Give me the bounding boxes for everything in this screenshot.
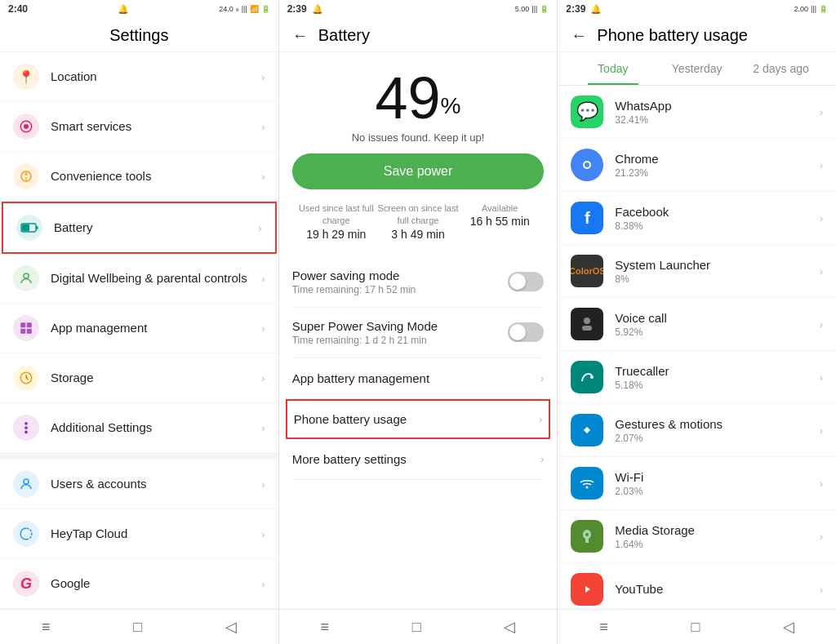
- battery-option-super-power[interactable]: Super Power Saving Mode Time remaining: …: [292, 308, 545, 358]
- save-power-button[interactable]: Save power: [292, 153, 545, 189]
- power-saving-toggle[interactable]: [508, 272, 544, 291]
- stat-screen-label: Screen on since last full charge: [377, 202, 459, 228]
- battery-panel: 2:39 🔔 5.00 ||| 🔋 ← Battery 49% No issue…: [279, 0, 558, 644]
- app-name-launcher: System Launcher: [615, 258, 819, 272]
- pbu-title: Phone battery usage: [597, 26, 748, 45]
- menu-icon-1[interactable]: ≡: [42, 619, 51, 636]
- svg-rect-11: [27, 329, 32, 334]
- menu-icon-2[interactable]: ≡: [321, 619, 330, 636]
- app-name-whatsapp: WhatsApp: [615, 99, 819, 113]
- list-item[interactable]: ColorOS System Launcher 8% ›: [558, 245, 836, 298]
- settings-panel: 2:40 🔔 24.0 ᵴ ||| 📶 🔋 Settings 📍 Locatio…: [0, 0, 279, 644]
- battery-link-more[interactable]: More battery settings ›: [292, 439, 545, 480]
- list-item[interactable]: YouTube ›: [558, 563, 836, 609]
- wellbeing-icon: [13, 265, 39, 291]
- chevron-wifi: ›: [820, 477, 823, 490]
- back-icon-1[interactable]: ◁: [225, 618, 237, 636]
- menu-icon-3[interactable]: ≡: [599, 619, 608, 636]
- back-arrow-battery[interactable]: ←: [292, 26, 309, 45]
- chevron-convenience: ›: [261, 171, 265, 183]
- stat-available-value: 16 h 55 min: [459, 215, 540, 228]
- back-arrow-pbu[interactable]: ←: [571, 26, 587, 45]
- phone-battery-usage-panel: 2:39 🔔 2.00 ||| 🔋 ← Phone battery usage …: [558, 0, 836, 644]
- app-pct-wifi: 2.03%: [615, 486, 819, 497]
- settings-item-heytap[interactable]: HeyTap Cloud ›: [0, 509, 278, 559]
- home-icon-1[interactable]: □: [133, 619, 142, 636]
- super-power-name: Super Power Saving Mode: [292, 319, 509, 333]
- home-icon-3[interactable]: □: [691, 619, 700, 636]
- chevron-gestures: ›: [820, 424, 823, 437]
- battery-link-phone-usage[interactable]: Phone battery usage ›: [286, 399, 551, 439]
- back-icon-3[interactable]: ◁: [783, 618, 794, 636]
- svg-rect-5: [22, 224, 29, 231]
- chevron-truecaller: ›: [820, 371, 823, 384]
- tab-today[interactable]: Today: [571, 52, 655, 85]
- facebook-icon: f: [571, 202, 603, 234]
- chevron-phone-usage: ›: [539, 413, 542, 425]
- settings-item-additional[interactable]: Additional Settings ›: [0, 403, 278, 453]
- stat-screen: Screen on since last full charge 3 h 49 …: [377, 202, 459, 241]
- app-name-youtube: YouTube: [615, 582, 819, 596]
- battery-percentage: 49%: [292, 52, 545, 131]
- status-bar-1: 2:40 🔔 24.0 ᵴ ||| 📶 🔋: [0, 0, 278, 18]
- pbu-header: ← Phone battery usage: [558, 18, 836, 52]
- app-name-chrome: Chrome: [615, 152, 819, 166]
- voicecall-icon: [571, 308, 603, 340]
- list-item[interactable]: Media Storage 1.64% ›: [558, 510, 836, 563]
- bell-icon-1: 🔔: [118, 4, 129, 15]
- list-item[interactable]: Chrome 21.23% ›: [558, 139, 836, 192]
- users-icon: [13, 471, 39, 497]
- chevron-storage: ›: [261, 372, 265, 384]
- settings-item-battery[interactable]: Battery ›: [2, 202, 277, 254]
- chevron-chrome: ›: [820, 159, 823, 171]
- settings-item-users[interactable]: Users & accounts ›: [0, 453, 278, 509]
- status-bar-3: 2:39 🔔 2.00 ||| 🔋: [558, 0, 836, 18]
- settings-title: Settings: [0, 18, 278, 52]
- chevron-app-battery: ›: [540, 372, 544, 384]
- battery-option-power-saving[interactable]: Power saving mode Time remaining: 17 h 5…: [292, 257, 545, 308]
- list-item[interactable]: 💬 WhatsApp 32.41% ›: [558, 86, 836, 139]
- chevron-google: ›: [261, 578, 265, 590]
- settings-item-storage[interactable]: Storage ›: [0, 353, 278, 403]
- stat-used-label: Used since last full charge: [296, 202, 377, 228]
- svg-point-21: [584, 318, 590, 324]
- battery-header: ← Battery: [279, 18, 558, 52]
- list-item[interactable]: Truecaller 5.18% ›: [558, 351, 836, 404]
- settings-label-additional: Additional Settings: [51, 420, 261, 436]
- status-icons-1: 24.0 ᵴ ||| 📶 🔋: [219, 5, 270, 14]
- settings-list: 📍 Location › Smart services › Convenienc…: [0, 52, 278, 609]
- list-item[interactable]: Voice call 5.92% ›: [558, 298, 836, 351]
- settings-item-location[interactable]: 📍 Location ›: [0, 52, 278, 102]
- settings-item-wellbeing[interactable]: Digital Wellbeing & parental controls ›: [0, 254, 278, 304]
- settings-item-convenience[interactable]: Convenience tools ›: [0, 152, 278, 202]
- stat-available: Available 16 h 55 min: [459, 202, 540, 241]
- settings-label-google: Google: [51, 575, 261, 592]
- phone-usage-label: Phone battery usage: [294, 412, 539, 426]
- pct-number: 49: [376, 65, 441, 131]
- stat-screen-value: 3 h 49 min: [377, 228, 459, 241]
- list-item[interactable]: Wi-Fi 2.03% ›: [558, 457, 836, 510]
- additional-icon: [13, 415, 39, 441]
- super-power-toggle[interactable]: [508, 322, 544, 342]
- heytap-icon: [13, 521, 39, 547]
- settings-item-smart[interactable]: Smart services ›: [0, 102, 278, 152]
- settings-item-google[interactable]: G Google ›: [0, 559, 278, 609]
- settings-label-smart: Smart services: [51, 118, 261, 135]
- home-icon-2[interactable]: □: [412, 619, 421, 636]
- chevron-location: ›: [261, 71, 265, 83]
- app-pct-facebook: 8.38%: [615, 220, 819, 232]
- battery-link-app-battery[interactable]: App battery management ›: [292, 358, 545, 399]
- list-item[interactable]: Gestures & motions 2.07% ›: [558, 404, 836, 457]
- nav-bar-1: ≡ □ ◁: [0, 609, 278, 644]
- tab-yesterday[interactable]: Yesterday: [655, 52, 739, 85]
- back-icon-2[interactable]: ◁: [504, 618, 515, 636]
- app-battery-label: App battery management: [292, 371, 540, 385]
- appmanage-icon: [13, 315, 39, 341]
- time-2: 2:39: [287, 3, 307, 15]
- svg-point-13: [24, 422, 28, 425]
- svg-point-14: [24, 426, 28, 429]
- list-item[interactable]: f Facebook 8.38% ›: [558, 192, 836, 245]
- tab-2days[interactable]: 2 days ago: [739, 52, 823, 85]
- settings-item-appmanage[interactable]: App management ›: [0, 304, 278, 353]
- convenience-icon: [13, 163, 39, 189]
